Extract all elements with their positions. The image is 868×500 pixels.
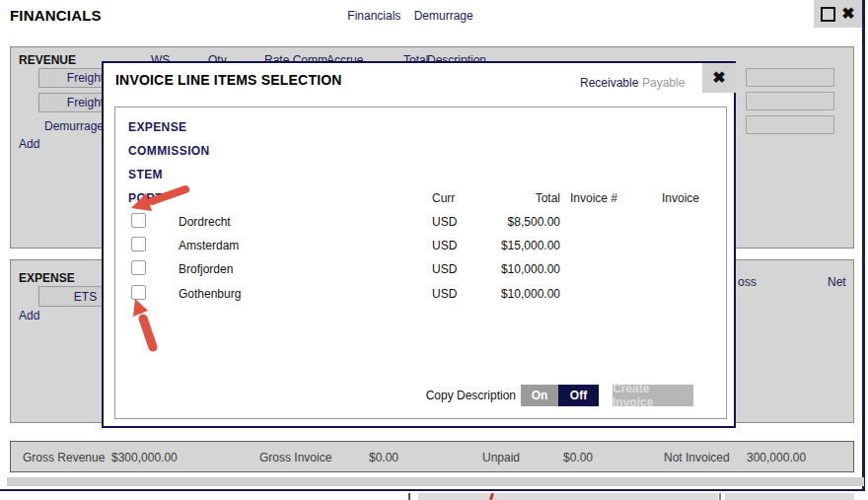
gross-invoice-label: Gross Invoice <box>259 451 331 464</box>
col-net: Net <box>828 275 846 289</box>
background-artifact <box>408 493 410 500</box>
expense-title: EXPENSE <box>19 271 75 285</box>
col-invoice-number: Invoice # <box>570 191 617 205</box>
not-invoiced-label: Not Invoiced <box>664 451 730 464</box>
gross-invoice-value: $0.00 <box>369 451 398 464</box>
section-link-commission[interactable]: COMMISSION <box>128 144 210 158</box>
horizontal-scrollbar[interactable] <box>7 477 864 486</box>
unpaid-value: $0.00 <box>563 451 593 464</box>
modal-title: INVOICE LINE ITEMS SELECTION <box>115 72 342 88</box>
row-currency: USD <box>432 215 457 229</box>
row-currency: USD <box>432 239 457 252</box>
financials-window: FINANCIALS Financials Demurrage ✖ REVENU… <box>0 0 868 500</box>
row-currency: USD <box>432 262 457 276</box>
row-checkbox-dordrecht[interactable] <box>131 213 146 228</box>
not-invoiced-value: 300,000.00 <box>747 451 806 464</box>
window-controls: ✖ <box>814 0 862 28</box>
row-checkbox-brofjorden[interactable] <box>131 260 146 275</box>
gross-revenue-label: Gross Revenue <box>23 451 105 464</box>
col-gross-partial: oss <box>738 275 757 289</box>
background-artifact <box>719 493 721 500</box>
row-checkbox-amsterdam[interactable] <box>131 237 146 251</box>
revenue-input-3[interactable] <box>746 115 834 134</box>
row-total: $8,500.00 <box>462 215 560 229</box>
page-title: FINANCIALS <box>10 7 102 24</box>
col-curr: Curr <box>432 191 455 205</box>
revenue-add-link[interactable]: Add <box>19 137 39 151</box>
copy-description-on-button[interactable]: On <box>521 385 558 406</box>
row-total: $10,000.00 <box>462 287 560 301</box>
create-invoice-button[interactable]: Create Invoice <box>613 385 693 406</box>
port-name: Brofjorden <box>179 262 233 276</box>
tab-receivable[interactable]: Receivable <box>580 76 638 90</box>
section-link-stem[interactable]: STEM <box>128 168 163 181</box>
close-icon[interactable]: ✖ <box>841 6 854 22</box>
close-icon: ✖ <box>712 70 725 86</box>
invoice-line-items-modal: INVOICE LINE ITEMS SELECTION Receivable … <box>102 61 736 428</box>
port-name: Amsterdam <box>179 239 239 252</box>
revenue-input-1[interactable] <box>746 68 834 87</box>
copy-description-off-button[interactable]: Off <box>558 385 599 406</box>
gross-revenue-value: $300,000.00 <box>111 451 178 464</box>
row-total: $10,000.00 <box>462 262 560 276</box>
tab-payable[interactable]: Payable <box>642 76 685 90</box>
background-artifact <box>725 493 854 500</box>
totals-status-bar: Gross Revenue $300,000.00 Gross Invoice … <box>10 441 854 472</box>
demurrage-row-label[interactable]: Demurrage <box>44 119 104 133</box>
breadcrumb: Financials Demurrage <box>272 9 548 23</box>
col-total: Total <box>479 191 560 205</box>
background-artifact <box>418 493 718 500</box>
revenue-title: REVENUE <box>19 53 76 67</box>
section-link-expense[interactable]: EXPENSE <box>128 120 187 134</box>
maximize-icon[interactable] <box>821 7 835 22</box>
expense-add-link[interactable]: Add <box>19 309 39 322</box>
window-border <box>862 0 865 491</box>
port-name: Gothenburg <box>179 287 241 301</box>
revenue-input-2[interactable] <box>746 92 834 110</box>
col-invoice: Invoice <box>662 191 699 205</box>
port-name: Dordrecht <box>179 215 231 229</box>
row-total: $15,000.00 <box>462 239 560 252</box>
row-currency: USD <box>432 287 457 301</box>
row-checkbox-gothenburg[interactable] <box>131 285 146 300</box>
window-border <box>0 489 865 491</box>
copy-description-label: Copy Description <box>368 389 516 402</box>
nav-link-demurrage[interactable]: Demurrage <box>414 9 473 23</box>
modal-close-button[interactable]: ✖ <box>702 63 736 93</box>
unpaid-label: Unpaid <box>482 451 520 464</box>
modal-content-box: EXPENSE COMMISSION STEM PORT Curr Total … <box>114 107 727 419</box>
section-link-port[interactable]: PORT <box>128 191 163 205</box>
nav-link-financials[interactable]: Financials <box>347 9 400 23</box>
